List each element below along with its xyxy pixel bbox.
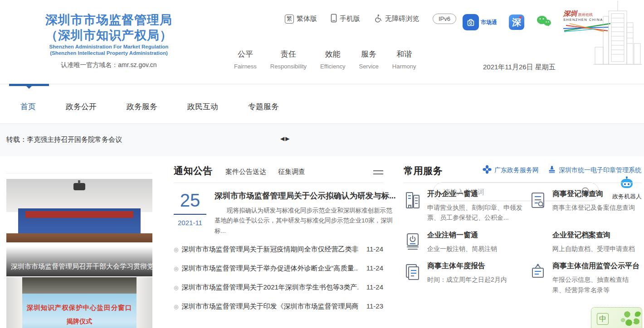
notice-title: 深圳市市场监督管理局关于2021年深圳市学生书包等3类产...	[181, 283, 358, 292]
mobile-version-link[interactable]: 手机版	[331, 14, 360, 24]
eseal-system-link[interactable]: 深圳市统一电子印章管理系统	[548, 165, 641, 175]
nav-item-special[interactable]: 专题服务	[248, 101, 279, 112]
site-title-line2: （深圳市知识产权局）	[14, 28, 204, 43]
bullet-icon: ◎	[174, 304, 178, 310]
notice-date: 11-24	[366, 245, 383, 253]
value-en: Responsibility	[270, 63, 307, 70]
value-en: Service	[359, 63, 378, 70]
slide2-title-text: 深圳知识产权保护中心盐田分窗口	[22, 304, 136, 312]
service-annual-report[interactable]: 商事主体年度报告 时间：成立周年之日起2月内	[404, 261, 527, 295]
value-service: 服务 Service	[359, 49, 378, 70]
value-zh: 公平	[234, 49, 257, 59]
slide2-pillar-right	[137, 277, 152, 328]
tab-surveys[interactable]: 征集调查	[278, 168, 305, 176]
carousel-slide-ceremony[interactable]: 深圳知识产权保护中心盐田分窗口 揭牌仪式	[6, 277, 152, 328]
service-desc: 企业一般注销、简易注销	[427, 244, 522, 254]
traditional-chinese-link[interactable]: 繁 繁体版	[285, 14, 317, 24]
site-title-line1: 深圳市市场监督管理局	[14, 13, 204, 28]
bullet-icon: ◎	[174, 265, 178, 272]
header-utilities: 繁 繁体版 手机版 无障碍浏览 IPv6	[285, 14, 456, 24]
core-values: 公平 Fairness 责任 Responsibility 效能 Efficie…	[234, 49, 416, 70]
service-title: 商事主体年度报告	[427, 261, 522, 271]
site-subtitle-en-line2: (Shenzhen Intellectual Property Administ…	[14, 50, 204, 57]
ishenzhen-app-icon[interactable]: 深	[509, 14, 524, 30]
traditional-chinese-label: 繁体版	[297, 14, 317, 23]
services-header: 常用服务 广东政务服务网 深圳市统一电子印章管理系统	[404, 156, 641, 183]
notices-title: 通知公告	[174, 164, 213, 177]
notices-tabs: 案件公告送达 征集调查	[225, 168, 305, 177]
nav-item-public-info[interactable]: 政务公开	[66, 101, 97, 112]
service-title: 企业登记档案查询	[552, 231, 639, 240]
featured-notice[interactable]: 25 2021-11 深圳市市场监督管理局关于公示拟确认为研发与标... 现将拟…	[174, 190, 383, 236]
value-efficiency: 效能 Efficiency	[320, 49, 345, 70]
nav-item-interaction[interactable]: 政民互动	[187, 101, 218, 112]
bullet-icon: ◎	[174, 285, 178, 291]
accessibility-label: 无障碍浏览	[385, 14, 419, 23]
ipv6-badge[interactable]: IPv6	[433, 14, 456, 24]
service-title: 企业注销一窗通	[427, 231, 522, 240]
mobile-version-label: 手机版	[340, 14, 360, 23]
nav-item-home[interactable]: 首页	[20, 101, 36, 112]
service-deregistration[interactable]: 企业注销一窗通 企业一般注销、简易注销	[404, 231, 527, 254]
site-logo: 深圳市市场监督管理局 （深圳市知识产权局） Shenzhen Administr…	[14, 13, 204, 69]
hanging-sign-icon	[529, 261, 552, 295]
notice-title: 深圳市市场监督管理局关于新冠疫情期间全市仅经营乙类非...	[181, 245, 358, 254]
service-desc: 年报公示信息、抽查检查结果、经营异常名录等	[552, 275, 639, 295]
site-subtitle-en-line1: Shenzhen Administration For Market Regul…	[14, 43, 204, 50]
slide-projector	[73, 183, 85, 190]
slide2-pillar-left	[6, 277, 22, 328]
ticker-headline[interactable]: 转载：李克强主持召开国务院常务会议	[6, 135, 122, 144]
mobile-icon	[331, 14, 337, 24]
floating-widget[interactable]: 中	[591, 307, 642, 328]
notice-date: 11-23	[366, 302, 383, 310]
carousel-slide-meeting[interactable]: 深圳市市场监督管理局召开干部大会学习贯彻党的十...	[6, 179, 152, 276]
service-open-business[interactable]: 开办企业一窗通 申请营业执照、刻制印章、申领发票、员工参保登记、公积金...	[404, 189, 527, 223]
accessibility-icon	[374, 14, 382, 24]
building-icon	[404, 189, 427, 223]
gd-gov-service-link[interactable]: 广东政务服务网	[483, 165, 539, 175]
notice-item[interactable]: ◎ 深圳市市场监督管理局关于印发《深圳市市场监督管理局商... 11-23	[174, 302, 383, 311]
featured-body: 深圳市市场监督管理局关于公示拟确认为研发与标... 现将拟确认为研发与标准化同步…	[209, 190, 396, 236]
value-harmony: 和谐 Harmony	[392, 49, 416, 70]
ticker-prev-icon[interactable]: ◀	[280, 135, 285, 142]
ticker-next-icon[interactable]: ▶	[285, 135, 290, 142]
power-icon	[404, 231, 427, 254]
value-fairness: 公平 Fairness	[234, 49, 257, 70]
news-ticker: 转载：李克强主持召开国务院常务会议 ◀▶	[0, 123, 644, 156]
carousel-column: 深圳市市场监督管理局召开干部大会学习贯彻党的十... 深圳知识产权保护中心盐田分…	[6, 156, 152, 328]
clover-leaves-icon	[610, 308, 642, 328]
value-en: Efficiency	[320, 63, 345, 70]
more-icon[interactable]	[373, 168, 383, 177]
notice-item[interactable]: ◎ 深圳市市场监督管理局关于新冠疫情期间全市仅经营乙类非... 11-24	[174, 245, 383, 254]
bullet-icon: ◎	[174, 246, 178, 253]
slide2-subtitle-text: 揭牌仪式	[22, 318, 136, 326]
shichangtong-app-link[interactable]: 市场通	[463, 14, 497, 30]
featured-day: 25	[174, 191, 206, 215]
gd-gov-service-label: 广东政务服务网	[494, 166, 539, 174]
header-app-icons: 市场通 深 深圳政府在线 SHENZHEN CHINA	[463, 10, 612, 35]
notice-list: ◎ 深圳市市场监督管理局关于新冠疫情期间全市仅经营乙类非... 11-24 ◎ …	[174, 245, 383, 311]
notice-item[interactable]: ◎ 深圳市市场监督管理局关于举办促进体外诊断企业“高质量... 11-24	[174, 264, 383, 273]
active-tab-marker	[9, 84, 49, 86]
ticker-arrows: ◀▶	[280, 135, 290, 142]
notice-item[interactable]: ◎ 深圳市市场监督管理局关于2021年深圳市学生书包等3类产... 11-24	[174, 283, 383, 292]
tab-case-announcements[interactable]: 案件公告送达	[225, 168, 266, 176]
value-zh: 服务	[359, 49, 378, 59]
service-registry-query[interactable]: 商事登记簿查询 商事主体登记及备案信息查询	[529, 189, 644, 223]
service-desc: 时间：成立周年之日起2月内	[427, 275, 522, 285]
service-title: 开办企业一窗通	[427, 189, 522, 199]
nav-items: 首页 政务公开 政务服务 政民互动 专题服务	[20, 101, 279, 112]
slide-caption-overlay: 深圳市市场监督管理局召开干部大会学习贯彻党的十...	[6, 246, 152, 276]
service-archive-query[interactable]: 企业登记档案查询 网上自助查档、受理申请查档	[529, 231, 644, 254]
wechat-icon[interactable]	[536, 15, 551, 29]
value-zh: 和谐	[392, 49, 416, 59]
traditional-chinese-icon: 繁	[285, 14, 294, 24]
nav-item-services[interactable]: 政务服务	[127, 101, 157, 112]
eseal-system-label: 深圳市统一电子印章管理系统	[559, 166, 641, 174]
service-desc: 网上自助查档、受理申请查档	[552, 244, 639, 254]
shichangtong-app-icon	[463, 14, 479, 30]
value-zh: 效能	[320, 49, 345, 59]
service-desc: 申请营业执照、刻制印章、申领发票、员工参保登记、公积金...	[427, 203, 522, 223]
service-credit-platform[interactable]: 商事主体信用监管公示平台 年报公示信息、抽查检查结果、经营异常名录等	[529, 261, 644, 295]
accessibility-link[interactable]: 无障碍浏览	[374, 14, 419, 24]
